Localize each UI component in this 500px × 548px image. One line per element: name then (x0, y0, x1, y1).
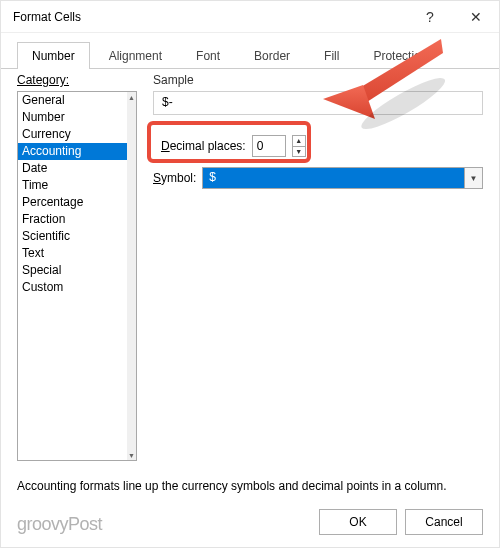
help-button[interactable]: ? (407, 1, 453, 33)
spinner-up-icon[interactable]: ▲ (293, 136, 305, 147)
ok-button[interactable]: OK (319, 509, 397, 535)
sample-value: $- (153, 91, 483, 115)
list-item-general[interactable]: General (18, 92, 127, 109)
chevron-down-icon[interactable]: ▼ (464, 168, 482, 188)
category-label: Category: (17, 73, 69, 87)
tab-number[interactable]: Number (17, 42, 90, 69)
tab-font[interactable]: Font (181, 42, 235, 69)
sample-label: Sample (153, 73, 483, 87)
tab-fill[interactable]: Fill (309, 42, 354, 69)
dialog-title: Format Cells (13, 10, 407, 24)
list-item-text[interactable]: Text (18, 245, 127, 262)
list-item-time[interactable]: Time (18, 177, 127, 194)
list-item-percentage[interactable]: Percentage (18, 194, 127, 211)
list-item-fraction[interactable]: Fraction (18, 211, 127, 228)
tab-alignment[interactable]: Alignment (94, 42, 177, 69)
decimal-places-label: Decimal places: (161, 139, 246, 153)
scroll-up-icon[interactable]: ▲ (127, 92, 136, 102)
list-item-currency[interactable]: Currency (18, 126, 127, 143)
symbol-label: Symbol: (153, 171, 196, 185)
tab-border[interactable]: Border (239, 42, 305, 69)
close-button[interactable]: ✕ (453, 1, 499, 33)
listbox-scrollbar[interactable]: ▲ ▼ (127, 92, 136, 460)
spinner-down-icon[interactable]: ▼ (293, 147, 305, 157)
tab-strip: Number Alignment Font Border Fill Protec… (1, 33, 499, 69)
decimal-places-spinner[interactable]: ▲ ▼ (292, 135, 306, 157)
list-item-number[interactable]: Number (18, 109, 127, 126)
cancel-button[interactable]: Cancel (405, 509, 483, 535)
titlebar: Format Cells ? ✕ (1, 1, 499, 33)
list-item-custom[interactable]: Custom (18, 279, 127, 296)
list-item-special[interactable]: Special (18, 262, 127, 279)
watermark: groovyPost (17, 514, 102, 535)
list-item-accounting[interactable]: Accounting (18, 143, 127, 160)
symbol-dropdown[interactable]: $ ▼ (202, 167, 483, 189)
decimal-places-input[interactable] (252, 135, 286, 157)
format-description: Accounting formats line up the currency … (17, 479, 483, 493)
list-item-scientific[interactable]: Scientific (18, 228, 127, 245)
symbol-value: $ (209, 170, 216, 184)
list-item-date[interactable]: Date (18, 160, 127, 177)
scroll-down-icon[interactable]: ▼ (127, 450, 136, 460)
tab-protection[interactable]: Protection (358, 42, 442, 69)
category-listbox[interactable]: General Number Currency Accounting Date … (17, 91, 137, 461)
